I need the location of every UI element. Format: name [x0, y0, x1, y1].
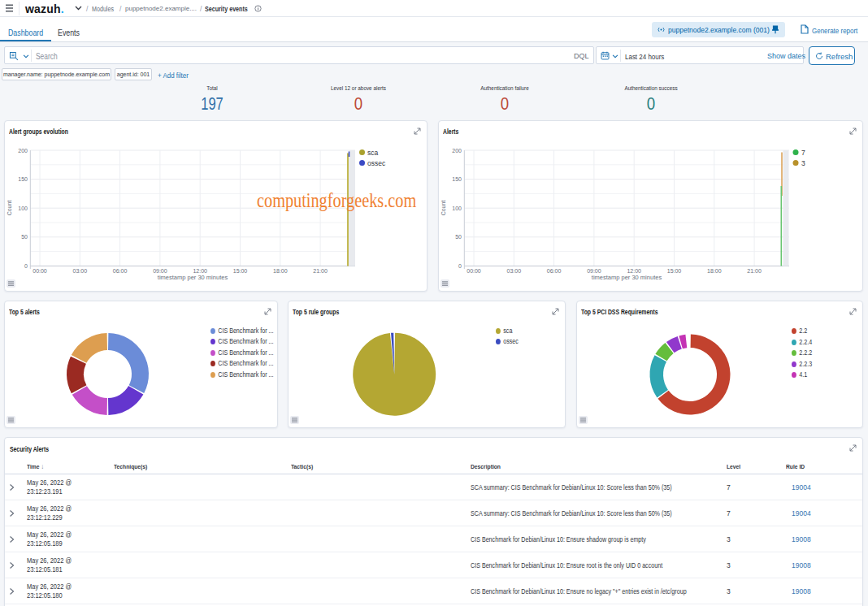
svg-text:7: 7	[801, 149, 805, 157]
svg-text:150: 150	[18, 176, 28, 182]
svg-text:21:00: 21:00	[313, 268, 328, 274]
svg-text:12:00: 12:00	[193, 268, 207, 274]
svg-text:ossec: ossec	[367, 159, 386, 167]
svg-text:15:00: 15:00	[233, 268, 248, 274]
svg-text:00:00: 00:00	[33, 268, 47, 274]
svg-text:50: 50	[21, 234, 28, 240]
svg-text:sca: sca	[367, 149, 379, 157]
svg-text:06:00: 06:00	[113, 268, 128, 274]
svg-text:06:00: 06:00	[547, 268, 562, 274]
svg-text:03:00: 03:00	[507, 268, 522, 274]
svg-text:0: 0	[458, 263, 462, 269]
svg-text:12:00: 12:00	[627, 268, 641, 274]
svg-text:21:00: 21:00	[747, 268, 762, 274]
svg-text:100: 100	[18, 206, 28, 211]
svg-text:200: 200	[18, 148, 28, 154]
svg-text:3: 3	[801, 159, 805, 167]
svg-text:50: 50	[455, 234, 462, 240]
svg-text:09:00: 09:00	[587, 268, 601, 274]
svg-text:Count: Count	[441, 201, 446, 216]
svg-text:18:00: 18:00	[273, 268, 288, 274]
svg-text:timestamp per 30 minutes: timestamp per 30 minutes	[592, 274, 662, 281]
svg-text:100: 100	[452, 206, 462, 211]
svg-text:200: 200	[452, 148, 462, 154]
svg-text:Count: Count	[7, 201, 12, 216]
svg-text:0: 0	[24, 263, 28, 269]
svg-text:03:00: 03:00	[73, 268, 88, 274]
svg-text:150: 150	[452, 176, 462, 182]
svg-text:15:00: 15:00	[667, 268, 682, 274]
svg-text:09:00: 09:00	[153, 268, 167, 274]
svg-text:00:00: 00:00	[467, 268, 481, 274]
svg-text:timestamp per 30 minutes: timestamp per 30 minutes	[158, 274, 228, 281]
svg-text:18:00: 18:00	[707, 268, 722, 274]
